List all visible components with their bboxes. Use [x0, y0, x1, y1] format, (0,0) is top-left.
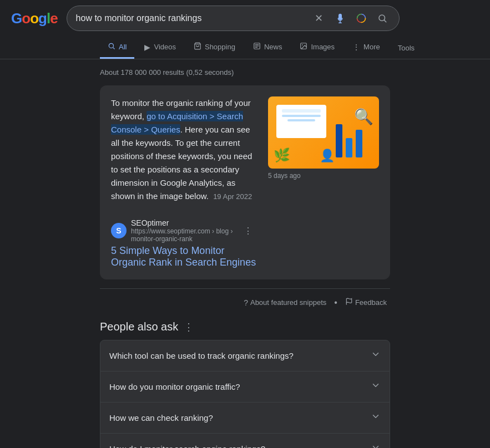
nav-item-news[interactable]: News — [245, 37, 290, 59]
google-logo: Google — [11, 10, 58, 27]
snippet-feedback-label: Feedback — [355, 298, 387, 307]
source-name: SEOptimer — [131, 218, 235, 227]
paa-title: People also ask — [100, 320, 178, 333]
snippet-image-content: 🌿 🔍 👤 — [268, 96, 379, 169]
paa-options-button[interactable]: ⋮ — [184, 321, 194, 333]
source-favicon: S — [111, 223, 127, 238]
paa-item[interactable]: How do I monitor search engine rankings? — [100, 434, 390, 448]
people-also-ask-section: People also ask ⋮ Which tool can be used… — [100, 320, 390, 448]
snippet-thumbnail: 🌿 🔍 👤 — [268, 96, 379, 169]
nav-item-videos[interactable]: ▶ Videos — [137, 37, 184, 59]
snippet-text-after: . Here you can see all the keywords. To … — [111, 125, 252, 201]
nav-tools[interactable]: Tools — [390, 38, 422, 58]
paa-chevron-4 — [371, 442, 381, 448]
lens-button[interactable] — [353, 11, 369, 26]
paa-question-2: How do you monitor organic traffic? — [109, 382, 240, 391]
paa-item[interactable]: Which tool can be used to track organic … — [100, 340, 390, 371]
search-button[interactable] — [375, 11, 390, 26]
snippet-body-text: To monitor the organic ranking of your k… — [111, 96, 257, 203]
shopping-icon — [194, 42, 201, 52]
feedback-flag-icon — [345, 298, 353, 307]
news-icon — [253, 42, 261, 52]
about-snippets-label: About featured snippets — [250, 298, 326, 307]
source-row: S SEOptimer https://www.seoptimer.com › … — [111, 211, 257, 243]
main-content: About 178 000 000 results (0,52 seconds)… — [0, 59, 490, 448]
source-options-button[interactable]: ⋮ — [239, 223, 257, 238]
paa-question-3: How we can check ranking? — [109, 413, 213, 422]
search-bar[interactable]: ✕ — [67, 6, 400, 31]
search-icons: ✕ — [311, 11, 390, 26]
source-info: SEOptimer https://www.seoptimer.com › bl… — [131, 218, 235, 243]
source-url: https://www.seoptimer.com › blog › monit… — [131, 227, 235, 243]
nav-item-all[interactable]: All — [100, 37, 134, 59]
paa-question-1: Which tool can be used to track organic … — [109, 351, 294, 360]
paa-item[interactable]: How we can check ranking? — [100, 403, 390, 434]
nav-item-images[interactable]: Images — [292, 37, 342, 59]
plant-icon: 🌿 — [274, 147, 290, 163]
search-input[interactable] — [76, 13, 307, 23]
paa-item[interactable]: How do you monitor organic traffic? — [100, 371, 390, 403]
paa-chevron-1 — [371, 349, 381, 362]
snippet-text-area: To monitor the organic ranking of your k… — [111, 96, 257, 268]
magnify-icon: 🔍 — [354, 108, 373, 126]
nav-all-label: All — [119, 43, 127, 51]
more-dots-icon: ⋮ — [352, 43, 360, 52]
paa-chevron-3 — [371, 411, 381, 424]
nav-shopping-label: Shopping — [205, 43, 235, 51]
nav-news-label: News — [264, 43, 282, 51]
nav-item-shopping[interactable]: Shopping — [186, 37, 243, 59]
question-icon: ? — [244, 298, 248, 307]
nav-videos-label: Videos — [154, 43, 176, 51]
footer-separator: • — [334, 298, 337, 308]
paa-header: People also ask ⋮ — [100, 320, 390, 333]
about-featured-snippets-button[interactable]: ? About featured snippets — [240, 296, 330, 309]
result-count: About 178 000 000 results (0,52 seconds) — [100, 68, 390, 77]
paa-chevron-2 — [371, 380, 381, 393]
result-link[interactable]: 5 Simple Ways to Monitor Organic Rank in… — [111, 245, 257, 268]
snippet-image-area: 🌿 🔍 👤 5 days ago — [268, 96, 379, 268]
svg-point-5 — [302, 44, 304, 45]
snippet-feedback-button[interactable]: Feedback — [342, 296, 390, 309]
snippet-footer: ? About featured snippets • Feedback — [100, 288, 390, 309]
videos-icon: ▶ — [144, 43, 150, 52]
search-nav: All ▶ Videos Shopping News — [0, 37, 490, 59]
person-icon: 👤 — [320, 149, 335, 163]
featured-snippet: To monitor the organic ranking of your k… — [100, 85, 390, 279]
nav-images-label: Images — [311, 43, 335, 51]
screen-illustration — [276, 105, 326, 138]
clear-button[interactable]: ✕ — [311, 11, 327, 26]
all-icon — [108, 42, 115, 52]
nav-item-more[interactable]: ⋮ More — [345, 37, 388, 59]
snippet-image-label: 5 days ago — [268, 172, 379, 180]
paa-question-4: How do I monitor search engine rankings? — [109, 444, 265, 448]
nav-more-label: More — [363, 43, 380, 51]
header: Google ✕ — [0, 0, 490, 37]
mic-button[interactable] — [332, 11, 348, 26]
images-icon — [300, 42, 307, 52]
snippet-date: 19 Apr 2022 — [213, 192, 252, 201]
